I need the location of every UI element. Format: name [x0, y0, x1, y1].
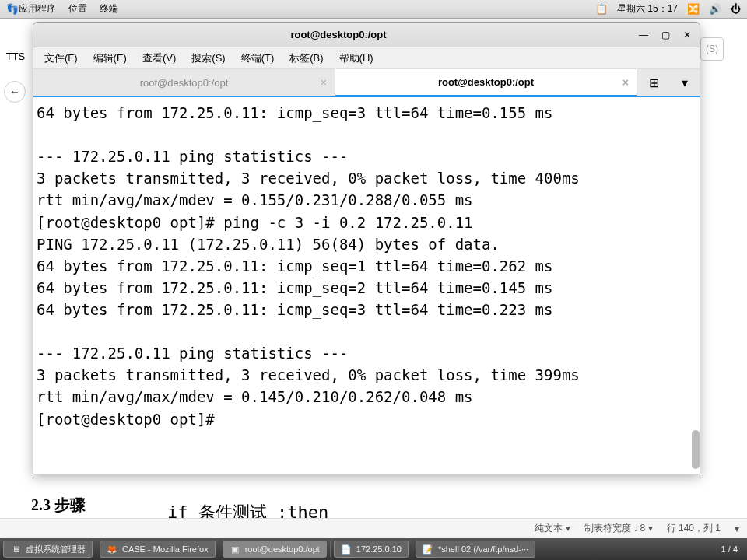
terminal-window: root@desktop0:/opt — ▢ ✕ 文件(F) 编辑(E) 查看(… — [33, 22, 700, 474]
tab-close-icon[interactable]: × — [321, 76, 327, 89]
tabbar: root@desktop0:/opt × root@desktop0:/opt … — [33, 69, 700, 97]
status-mode[interactable]: 纯文本 ▾ — [535, 522, 570, 535]
top-panel-menus: 应用程序 位置 终端 — [19, 2, 118, 16]
gedit-statusbar: 纯文本 ▾ 制表符宽度：8 ▾ 行 140，列 1 ▾ — [0, 518, 747, 538]
volume-icon[interactable]: 🔊 — [709, 3, 721, 15]
power-icon[interactable]: ⏻ — [731, 3, 741, 15]
top-panel: 👣 应用程序 位置 终端 📋 星期六 15：17 🔀 🔊 ⏻ — [0, 0, 747, 19]
menu-terminal[interactable]: 终端 — [100, 2, 118, 16]
document-icon: 📝 — [423, 544, 433, 555]
tab-close-icon[interactable]: × — [622, 76, 629, 89]
tab-menu-icon[interactable]: ▾ — [682, 75, 688, 90]
menu-view[interactable]: 查看(V) — [136, 49, 182, 68]
bg-search-button[interactable]: (S) — [700, 37, 724, 61]
menu-edit[interactable]: 编辑(E) — [87, 49, 133, 68]
task-label: root@desktop0:/opt — [245, 544, 320, 554]
tab-2[interactable]: root@desktop0:/opt × — [335, 69, 637, 97]
taskbar: 🖥 虚拟系统管理器 🦊 CASE - Mozilla Firefox ▣ roo… — [0, 538, 747, 560]
task-firefox[interactable]: 🦊 CASE - Mozilla Firefox — [100, 541, 216, 558]
task-vmm[interactable]: 🖥 虚拟系统管理器 — [3, 541, 93, 558]
section-heading: 2.3 步骤 — [31, 495, 86, 516]
menu-terminal[interactable]: 终端(T) — [235, 49, 281, 68]
document-icon: 📄 — [341, 544, 352, 555]
menu-tabs[interactable]: 标签(B) — [283, 49, 329, 68]
menubar: 文件(F) 编辑(E) 查看(V) 搜索(S) 终端(T) 标签(B) 帮助(H… — [33, 47, 700, 69]
back-arrow-icon: ← — [9, 86, 20, 98]
firefox-icon: 🦊 — [107, 544, 117, 555]
task-label: 172.25.0.10 — [356, 544, 402, 554]
task-label: 虚拟系统管理器 — [26, 544, 86, 555]
task-gedit2[interactable]: 📝 *shell 02 (/var/ftp/nsd-··· — [416, 541, 535, 558]
tab-1[interactable]: root@desktop0:/opt × — [33, 69, 335, 96]
close-button[interactable]: ✕ — [681, 29, 693, 41]
task-separator — [96, 541, 96, 557]
menu-help[interactable]: 帮助(H) — [333, 49, 380, 68]
maximize-button[interactable]: ▢ — [659, 29, 672, 41]
terminal-icon: ▣ — [230, 544, 240, 555]
task-label: CASE - Mozilla Firefox — [122, 544, 209, 554]
status-position: 行 140，列 1 — [667, 522, 721, 535]
task-separator — [330, 541, 331, 557]
menu-places[interactable]: 位置 — [68, 2, 87, 16]
status-dropdown[interactable]: ▾ — [735, 523, 739, 534]
clock[interactable]: 星期六 15：17 — [617, 2, 678, 16]
status-tab-width[interactable]: 制表符宽度：8 ▾ — [584, 522, 653, 535]
vmm-icon: 🖥 — [10, 544, 21, 555]
titlebar[interactable]: root@desktop0:/opt — ▢ ✕ — [33, 23, 700, 47]
scrollbar-thumb[interactable] — [692, 430, 700, 469]
task-label: *shell 02 (/var/ftp/nsd-··· — [438, 544, 528, 554]
tab-label: root@desktop0:/opt — [438, 76, 534, 88]
task-separator — [219, 541, 219, 557]
task-separator — [412, 541, 412, 557]
task-gedit1[interactable]: 📄 172.25.0.10 — [334, 541, 409, 558]
input-method-icon[interactable]: 📋 — [595, 3, 608, 15]
minimize-button[interactable]: — — [637, 29, 650, 41]
menu-file[interactable]: 文件(F) — [38, 49, 84, 68]
window-title: root@desktop0:/opt — [40, 29, 637, 40]
tab-label: root@desktop0:/opt — [140, 77, 229, 89]
terminal-output[interactable]: 64 bytes from 172.25.0.11: icmp_seq=3 tt… — [33, 97, 700, 474]
top-panel-tray: 📋 星期六 15：17 🔀 🔊 ⏻ — [595, 2, 741, 16]
tab-extra: ⊞ ▾ — [637, 69, 700, 96]
menu-applications[interactable]: 应用程序 — [19, 2, 56, 16]
menu-search[interactable]: 搜索(S) — [185, 49, 231, 68]
network-icon[interactable]: 🔀 — [687, 3, 700, 15]
bg-left-text: TTS — [0, 40, 31, 72]
window-controls: — ▢ ✕ — [637, 29, 693, 41]
new-tab-icon[interactable]: ⊞ — [649, 75, 659, 90]
task-terminal[interactable]: ▣ root@desktop0:/opt — [223, 541, 327, 558]
gnome-foot-icon: 👣 — [6, 3, 19, 15]
back-button[interactable]: ← — [4, 81, 26, 103]
workspace-pager[interactable]: 1 / 4 — [715, 544, 744, 554]
